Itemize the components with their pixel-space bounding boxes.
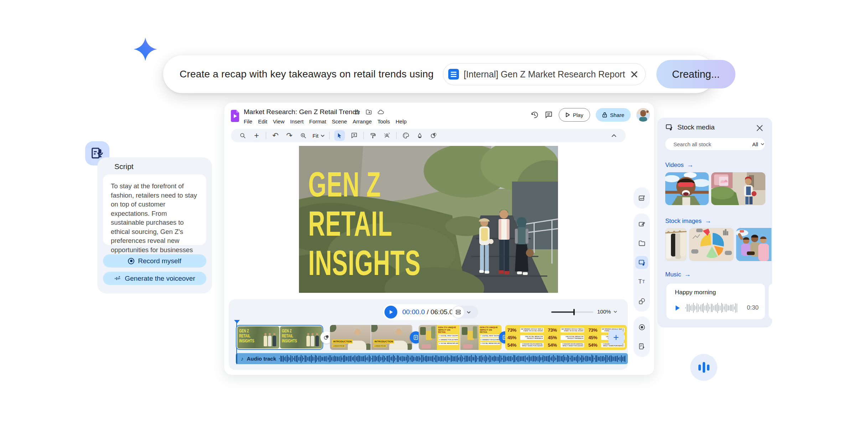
menu-tools[interactable]: Tools (377, 118, 390, 124)
voiceover-waveform-icon (114, 275, 121, 282)
video-canvas[interactable]: GEN Z RETAIL INSIGHTS (299, 146, 558, 293)
script-text-card[interactable]: To stay at the forefront of fashion, ret… (103, 174, 206, 245)
menu-insert[interactable]: Insert (290, 118, 304, 124)
play-music-icon[interactable] (675, 305, 680, 311)
page: Create a recap with key takeaways on ret… (0, 0, 868, 428)
caret-down-icon (614, 311, 617, 313)
current-time: 00:00.0 (402, 308, 425, 316)
stock-images-section-link[interactable]: Stock images→ (665, 217, 711, 225)
video-thumbnail-street[interactable] (711, 172, 765, 205)
video-thumbnail-sunglasses[interactable] (665, 172, 709, 205)
editor-toolbar: + ↶ ↷ Fit (231, 129, 626, 142)
adjust-color-icon[interactable] (415, 131, 424, 140)
menu-file[interactable]: File (244, 118, 252, 124)
comments-icon[interactable] (544, 111, 553, 119)
close-panel-icon[interactable] (756, 124, 764, 132)
generate-voiceover-button[interactable]: Generate the voiceover (103, 272, 206, 285)
canvas-title-line1[interactable]: GEN Z (308, 167, 381, 202)
paint-format-icon[interactable] (368, 131, 378, 140)
remove-attachment-icon[interactable] (630, 70, 639, 79)
editor-side-rail: TT (634, 187, 650, 357)
attachment-chip-label: [Internal] Gen Z Market Research Report (464, 69, 625, 80)
audio-track[interactable]: ♪ Audio track (236, 353, 628, 364)
add-comment-icon[interactable] (350, 131, 359, 140)
record-tool-icon[interactable] (635, 321, 648, 333)
arrow-right-icon: → (705, 217, 711, 225)
stock-filter-select[interactable]: All (752, 141, 764, 147)
share-button-label: Share (610, 112, 624, 118)
tracks-icon (453, 306, 464, 318)
videos-section-link[interactable]: Videos→ (665, 161, 693, 169)
play-button[interactable]: Play (559, 108, 590, 122)
play-button-label: Play (573, 112, 583, 118)
arrow-right-icon: → (684, 271, 691, 278)
fit-zoom-select[interactable]: Fit (312, 133, 325, 139)
lock-icon (602, 112, 607, 118)
track-options-button[interactable] (452, 306, 478, 319)
timeline-zoom-slider[interactable] (551, 311, 593, 313)
transparency-icon[interactable] (429, 131, 438, 140)
playhead-marker[interactable] (234, 320, 240, 323)
music-card-partial[interactable] (769, 284, 772, 319)
menu-help[interactable]: Help (396, 118, 407, 124)
stock-search-input[interactable] (673, 141, 745, 148)
undo-icon[interactable]: ↶ (271, 131, 280, 140)
canvas-title-line2[interactable]: RETAIL (308, 206, 392, 241)
image-thumbnail-clothes[interactable] (665, 228, 687, 261)
caret-down-icon (761, 143, 764, 145)
document-title[interactable]: Market Research: Gen Z Retail Trends (244, 108, 360, 116)
timeline-clip-introduction[interactable]: INTRODUCTION LOREM IPSUM INTRODUCTION LO… (330, 325, 413, 350)
slider-handle[interactable] (573, 309, 575, 315)
attachment-chip[interactable]: [Internal] Gen Z Market Research Report (443, 63, 646, 85)
menu-arrange[interactable]: Arrange (353, 118, 372, 124)
timeline-clip-impact[interactable]: GEN Z'S UNIQUE IMPACT ON RETAIL 1. DIGIT… (419, 325, 502, 350)
music-section-link[interactable]: Music→ (665, 271, 691, 278)
collapse-toolbar-icon[interactable] (609, 131, 619, 140)
timeline-clip-title[interactable]: GEN ZRETAILINSIGHTS GEN ZRETAILINSIGHTS (236, 325, 323, 350)
playback-time: 00:00.0 / 06:05.0 (383, 304, 461, 320)
menu-scene[interactable]: Scene (332, 118, 347, 124)
theme-colors-icon[interactable] (401, 131, 410, 140)
music-card[interactable]: Happy morning 0:30 (666, 284, 765, 319)
text-tool-icon[interactable]: TT (635, 275, 648, 288)
image-thumbnail-pie-chart[interactable] (689, 228, 734, 261)
waveform-icon (698, 365, 701, 371)
document-icon (448, 69, 459, 80)
chevron-down-icon (467, 311, 471, 314)
menu-view[interactable]: View (273, 118, 284, 124)
music-track-duration: 0:30 (747, 304, 759, 311)
add-scene-icon[interactable]: + (252, 131, 261, 140)
vids-editor-window: Market Research: Gen Z Retail Trends Fil… (224, 102, 655, 375)
timeline-zoom-level[interactable]: 100% (597, 309, 617, 315)
search-tool-icon[interactable] (238, 131, 247, 140)
image-thumbnail-selfie-group[interactable] (736, 228, 771, 261)
record-myself-button[interactable]: Record myself (103, 254, 206, 268)
edit-media-icon[interactable] (635, 218, 648, 230)
folder-icon[interactable] (635, 237, 648, 250)
shapes-tool-icon[interactable] (635, 295, 648, 307)
canvas-title-line3[interactable]: INSIGHTS (308, 245, 421, 280)
redo-icon[interactable]: ↷ (285, 131, 294, 140)
menu-format[interactable]: Format (309, 118, 326, 124)
script-text: To stay at the forefront of fashion, ret… (111, 182, 198, 264)
select-tool-icon[interactable] (334, 130, 345, 141)
generate-image-icon[interactable] (635, 192, 648, 204)
version-history-icon[interactable] (530, 111, 539, 119)
prompt-bar: Create a recap with key takeaways on ret… (163, 55, 715, 93)
share-button[interactable]: Share (596, 108, 631, 122)
star-icon[interactable] (354, 109, 361, 116)
stock-media-tool-icon[interactable] (635, 256, 648, 269)
add-scene-button[interactable]: + (608, 330, 624, 345)
zoom-in-icon[interactable] (299, 131, 308, 140)
menu-edit[interactable]: Edit (258, 118, 267, 124)
arrow-right-icon: → (687, 161, 693, 169)
creating-button[interactable]: Creating... (656, 60, 735, 88)
timeline-section: 00:00.0 / 06:05.0 100% (229, 299, 628, 370)
remove-background-icon[interactable] (382, 131, 392, 140)
timeline-play-button[interactable] (384, 306, 397, 319)
voice-fab[interactable] (690, 354, 717, 381)
script-tool-icon[interactable] (635, 340, 648, 353)
account-avatar[interactable] (636, 108, 650, 122)
move-folder-icon[interactable] (365, 109, 372, 116)
stock-search-bar: All (665, 138, 765, 150)
